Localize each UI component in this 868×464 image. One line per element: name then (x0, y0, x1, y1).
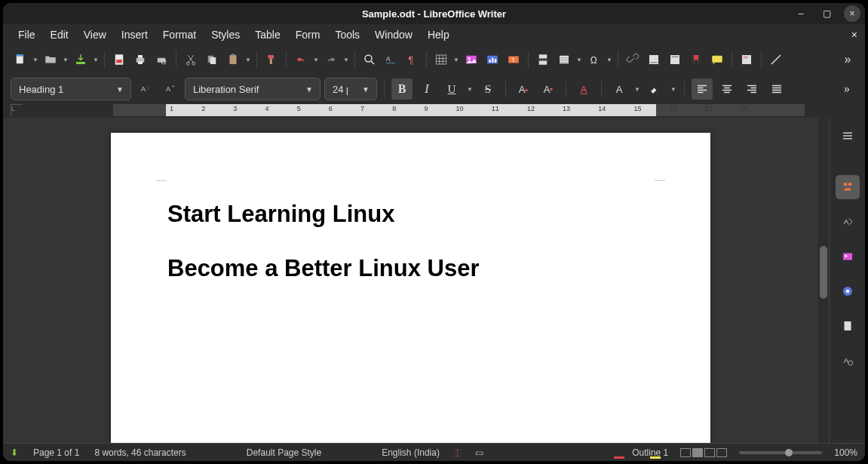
endnote-icon[interactable] (665, 50, 685, 69)
align-left-button[interactable] (692, 78, 713, 100)
menu-window[interactable]: Window (367, 26, 420, 43)
sidebar-properties-icon[interactable] (836, 175, 860, 199)
underline-dropdown[interactable]: ▼ (466, 86, 474, 93)
window-close-button[interactable]: × (844, 5, 860, 22)
insert-textbox-icon[interactable]: T (504, 50, 523, 69)
status-language[interactable]: English (India) (382, 447, 440, 458)
sidebar-styles-icon[interactable]: A (836, 210, 860, 234)
bold-button[interactable]: B (391, 78, 413, 100)
menu-edit[interactable]: Edit (43, 26, 76, 43)
clone-format-icon[interactable] (262, 50, 281, 69)
status-page[interactable]: Page 1 of 1 (33, 447, 79, 458)
minimize-button[interactable]: – (793, 5, 809, 22)
clear-format-button[interactable]: A (573, 78, 594, 100)
paste-dropdown[interactable]: ▼ (244, 57, 252, 63)
pdf-export-icon[interactable] (109, 50, 129, 69)
italic-button[interactable]: I (416, 78, 437, 100)
hyperlink-icon[interactable] (623, 50, 643, 69)
new-doc-icon[interactable] (11, 50, 30, 69)
print-preview-icon[interactable] (152, 50, 171, 69)
toolbar-overflow-icon[interactable]: » (838, 50, 857, 69)
special-char-icon[interactable]: Ω (584, 50, 604, 69)
insert-table-icon[interactable] (431, 50, 451, 69)
insert-image-icon[interactable] (462, 50, 481, 69)
book-view-2-icon[interactable] (716, 448, 727, 457)
font-name-dropdown[interactable]: ▼ (299, 78, 320, 100)
find-icon[interactable] (360, 50, 379, 69)
font-size-combo[interactable]: ▼ (324, 78, 377, 100)
single-page-icon[interactable] (680, 448, 691, 457)
align-center-button[interactable] (716, 78, 738, 100)
multi-page-icon[interactable] (692, 448, 703, 457)
menu-table[interactable]: Table (247, 26, 287, 43)
insert-field-icon[interactable] (554, 50, 574, 69)
table-dropdown[interactable]: ▼ (452, 57, 460, 63)
maximize-button[interactable]: ▢ (818, 5, 835, 22)
open-dropdown[interactable]: ▼ (62, 57, 69, 63)
zoom-slider-thumb[interactable] (785, 449, 793, 456)
redo-dropdown[interactable]: ▼ (342, 57, 350, 63)
highlight-dropdown[interactable]: ▼ (670, 86, 677, 93)
paste-icon[interactable] (223, 50, 243, 69)
undo-icon[interactable] (291, 50, 311, 69)
scrollbar-thumb[interactable] (820, 246, 827, 299)
line-icon[interactable] (766, 50, 786, 69)
formatting-marks-icon[interactable]: ¶ (402, 50, 422, 69)
footnote-icon[interactable] (644, 50, 664, 69)
save-icon[interactable] (71, 50, 90, 69)
menu-tools[interactable]: Tools (327, 26, 367, 43)
font-size-input[interactable] (325, 84, 355, 95)
sidebar-style-inspector-icon[interactable]: A (836, 349, 860, 373)
paragraph-style-combo[interactable]: ▼ (11, 78, 131, 100)
open-icon[interactable] (41, 50, 60, 69)
cut-icon[interactable] (181, 50, 201, 69)
new-style-icon[interactable]: A+ (160, 78, 181, 100)
copy-icon[interactable] (202, 50, 222, 69)
menu-help[interactable]: Help (420, 26, 457, 43)
subscript-button[interactable]: A▾ (538, 78, 559, 100)
justify-button[interactable] (766, 78, 787, 100)
font-size-dropdown[interactable]: ▼ (355, 78, 376, 100)
font-color-dropdown[interactable]: ▼ (633, 86, 641, 93)
special-char-dropdown[interactable]: ▼ (606, 57, 613, 63)
vertical-scrollbar[interactable] (818, 118, 829, 443)
field-dropdown[interactable]: ▼ (575, 57, 583, 63)
page[interactable]: Start Learning Linux Become a Better Lin… (111, 133, 710, 443)
zoom-slider[interactable] (739, 451, 822, 454)
font-color-button[interactable]: A (609, 78, 630, 100)
font-name-input[interactable] (186, 84, 299, 95)
bookmark-icon[interactable] (686, 50, 706, 69)
update-style-icon[interactable]: A (135, 78, 156, 100)
sidebar-gallery-icon[interactable] (836, 244, 860, 269)
menu-file[interactable]: File (11, 26, 43, 43)
new-doc-dropdown[interactable]: ▼ (32, 57, 39, 63)
status-wordcount[interactable]: 8 words, 46 characters (94, 447, 186, 458)
save-indicator-icon[interactable]: ⬇ (11, 447, 18, 458)
document-heading-2[interactable]: Become a Better Linux User (167, 255, 654, 282)
redo-icon[interactable] (321, 50, 341, 69)
menu-format[interactable]: Format (155, 26, 204, 43)
comment-icon[interactable] (707, 50, 727, 69)
paragraph-style-input[interactable] (11, 84, 109, 95)
strikethrough-button[interactable]: S (477, 78, 498, 100)
document-scroll-area[interactable]: Start Learning Linux Become a Better Lin… (3, 118, 818, 443)
spellcheck-icon[interactable]: A (381, 50, 400, 69)
page-break-icon[interactable] (533, 50, 553, 69)
menu-styles[interactable]: Styles (204, 26, 247, 43)
book-view-icon[interactable] (704, 448, 715, 457)
status-zoom[interactable]: 100% (834, 447, 857, 458)
underline-button[interactable]: U (441, 78, 462, 100)
sidebar-menu-icon[interactable] (836, 124, 860, 148)
undo-dropdown[interactable]: ▼ (312, 57, 320, 63)
status-insert-mode[interactable]: ⌶ (455, 447, 460, 458)
paragraph-style-dropdown[interactable]: ▼ (109, 78, 130, 100)
document-close-button[interactable]: × (851, 29, 857, 41)
menu-view[interactable]: View (76, 26, 114, 43)
menu-insert[interactable]: Insert (114, 26, 155, 43)
superscript-button[interactable]: A▴ (513, 78, 534, 100)
save-dropdown[interactable]: ▼ (92, 57, 100, 63)
font-name-combo[interactable]: ▼ (185, 78, 321, 100)
status-page-style[interactable]: Default Page Style (247, 447, 321, 458)
horizontal-ruler[interactable]: 1 2 3 4 5 6 7 8 9 10 11 12 13 14 15 16 1… (113, 104, 805, 116)
align-right-button[interactable] (741, 78, 762, 100)
